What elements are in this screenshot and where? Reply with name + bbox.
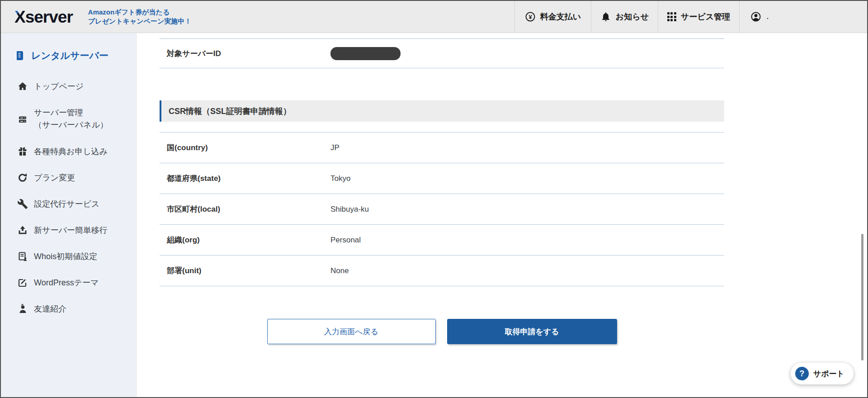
- migrate-icon: [17, 225, 28, 236]
- sidebar-item-benefits[interactable]: 各種特典お申し込み: [1, 138, 136, 165]
- logo-text: Xserver: [14, 9, 73, 25]
- sidebar: レンタルサーバー トップページ サーバー管理（サーバーパネル）: [1, 33, 137, 397]
- submit-application-button[interactable]: 取得申請をする: [447, 319, 617, 344]
- sidebar-item-top-page[interactable]: トップページ: [1, 73, 136, 100]
- row-value: Shibuya-ku: [330, 205, 724, 214]
- account-icon: [750, 11, 761, 22]
- table-row: 国(country) JP: [160, 133, 724, 163]
- row-value: Personal: [330, 236, 724, 245]
- top-header: Xserver Amazonギフト券が当たる プレゼントキャンペーン実施中！ ¥…: [1, 1, 867, 33]
- csr-section-title: CSR情報（SSL証明書申請情報）: [169, 106, 291, 117]
- row-label: 国(country): [160, 142, 330, 153]
- main-panel: 対象サーバーID CSR情報（SSL証明書申請情報） 国(country) JP…: [137, 33, 867, 397]
- sidebar-item-server-management[interactable]: サーバー管理（サーバーパネル）: [1, 100, 136, 138]
- sidebar-item-sublabel: （サーバーパネル）: [34, 119, 108, 131]
- svg-text:¥: ¥: [528, 14, 532, 20]
- sidebar-item-server-migration[interactable]: 新サーバー簡単移行: [1, 217, 136, 243]
- home-icon: [17, 81, 28, 92]
- vertical-scrollbar[interactable]: [861, 234, 863, 360]
- server-id-value: [330, 47, 724, 60]
- sidebar-item-label: Whois初期値設定: [34, 251, 97, 263]
- server-id-label: 対象サーバーID: [160, 48, 330, 59]
- table-row: 組織(org) Personal: [160, 225, 724, 256]
- sidebar-item-label: WordPressテーマ: [34, 277, 99, 289]
- support-label: サポート: [813, 369, 844, 379]
- wordpress-icon: [17, 277, 28, 288]
- sidebar-item-friend-referral[interactable]: 友達紹介: [1, 296, 136, 322]
- back-button[interactable]: 入力画面へ戻る: [267, 319, 436, 344]
- body-row: レンタルサーバー トップページ サーバー管理（サーバーパネル）: [1, 33, 867, 397]
- action-buttons: 入力画面へ戻る 取得申請をする: [160, 319, 724, 344]
- table-row: 部署(unit) None: [160, 256, 724, 286]
- refresh-icon: [17, 172, 28, 183]
- header-spacer: [191, 1, 514, 33]
- app-window: Xserver Amazonギフト券が当たる プレゼントキャンペーン実施中！ ¥…: [0, 0, 868, 398]
- csr-table: 国(country) JP 都道府県(state) Tokyo 市区町村(loc…: [160, 132, 724, 286]
- grid-icon: [667, 12, 676, 21]
- yen-circle-icon: ¥: [525, 11, 536, 22]
- sidebar-item-wordpress-theme[interactable]: WordPressテーマ: [1, 270, 136, 296]
- bell-icon: [600, 11, 611, 22]
- sidebar-item-setup-service[interactable]: 設定代行サービス: [1, 191, 136, 217]
- row-label: 市区町村(local): [160, 204, 330, 214]
- row-label: 部署(unit): [160, 265, 330, 276]
- campaign-banner[interactable]: Amazonギフト券が当たる プレゼントキャンペーン実施中！: [88, 1, 192, 33]
- menu-item-label: 料金支払い: [540, 11, 581, 22]
- sidebar-item-label: 新サーバー簡単移行: [34, 224, 108, 237]
- header-menu: ¥ 料金支払い お知らせ サービス管理: [514, 1, 867, 33]
- server-id-row: 対象サーバーID: [160, 38, 724, 68]
- row-value: None: [330, 266, 724, 275]
- account-label: .: [767, 13, 769, 20]
- menu-item-account[interactable]: .: [739, 1, 867, 33]
- support-button[interactable]: ? サポート: [791, 363, 854, 384]
- row-value: Tokyo: [330, 174, 724, 183]
- sidebar-item-rental-server[interactable]: レンタルサーバー: [14, 47, 136, 64]
- sidebar-item-label: トップページ: [34, 81, 84, 93]
- redacted-server-id: [330, 47, 401, 60]
- table-row: 市区町村(local) Shibuya-ku: [160, 194, 724, 225]
- whois-icon: [17, 251, 28, 262]
- sidebar-item-label: プラン変更: [34, 172, 75, 184]
- table-row: 都道府県(state) Tokyo: [160, 163, 724, 194]
- question-icon: ?: [795, 367, 809, 380]
- gift-icon: [17, 146, 28, 157]
- menu-item-service-management[interactable]: サービス管理: [658, 1, 739, 33]
- menu-item-label: お知らせ: [616, 11, 649, 22]
- menu-item-news[interactable]: お知らせ: [591, 1, 658, 33]
- xserver-logo[interactable]: Xserver: [14, 1, 73, 33]
- campaign-line2: プレゼントキャンペーン実施中！: [88, 17, 192, 26]
- friend-icon: [17, 303, 28, 314]
- row-label: 組織(org): [160, 235, 330, 245]
- row-value: JP: [330, 143, 724, 152]
- sidebar-item-label: 各種特典お申し込み: [34, 146, 108, 158]
- sidebar-item-plan-change[interactable]: プラン変更: [1, 165, 136, 191]
- sidebar-item-label: 設定代行サービス: [34, 198, 99, 210]
- server-panel-icon: [17, 114, 28, 124]
- sidebar-brand-label: レンタルサーバー: [31, 49, 108, 62]
- server-icon: [14, 50, 25, 61]
- csr-section-header: CSR情報（SSL証明書申請情報）: [160, 100, 724, 122]
- menu-item-label: サービス管理: [681, 11, 730, 22]
- sidebar-item-whois-defaults[interactable]: Whois初期値設定: [1, 243, 136, 270]
- wrench-icon: [17, 199, 28, 209]
- sidebar-item-label: 友達紹介: [34, 303, 66, 315]
- row-label: 都道府県(state): [160, 173, 330, 184]
- campaign-line1: Amazonギフト券が当たる: [88, 8, 192, 17]
- content-area: 対象サーバーID CSR情報（SSL証明書申請情報） 国(country) JP…: [160, 38, 724, 344]
- sidebar-nav: トップページ サーバー管理（サーバーパネル） 各種特典お申し込み: [1, 73, 136, 322]
- menu-item-payment[interactable]: ¥ 料金支払い: [514, 1, 591, 33]
- sidebar-item-label: サーバー管理（サーバーパネル）: [34, 107, 108, 131]
